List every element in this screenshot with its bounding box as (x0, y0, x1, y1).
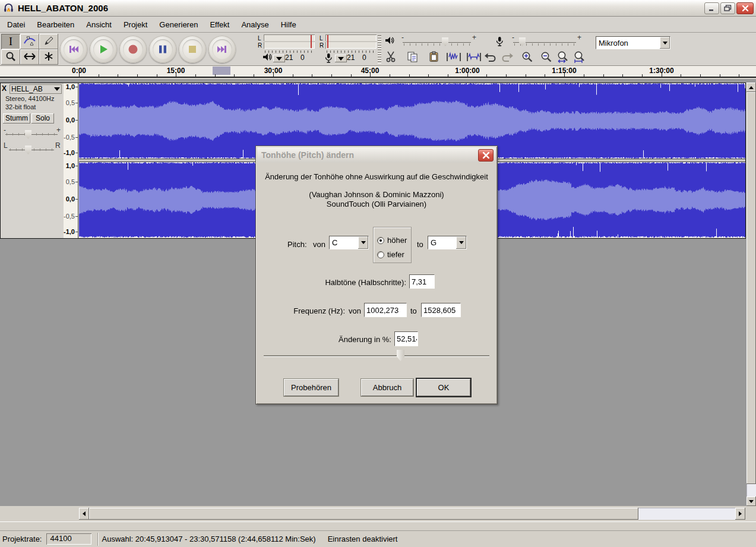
hscroll-right-button[interactable] (735, 508, 745, 520)
arrow-left-icon (83, 511, 86, 516)
title-bar[interactable]: HELL_ABATON_2006 (0, 0, 756, 17)
combo-arrow-button[interactable] (660, 37, 670, 49)
output-volume-slider-track[interactable] (403, 42, 471, 43)
frequency-to-label: to (410, 306, 417, 315)
ok-button[interactable]: OK (417, 379, 470, 396)
audacity-logo-icon (3, 2, 14, 14)
mute-button[interactable]: Stumm (3, 113, 30, 124)
frequency-to-input[interactable] (421, 303, 461, 317)
playback-meter-menu-button[interactable] (273, 55, 285, 62)
semitones-input[interactable] (409, 274, 435, 289)
menu-item-generieren[interactable]: Generieren (153, 17, 204, 32)
undo-button[interactable] (482, 50, 498, 65)
trim-button[interactable] (445, 50, 461, 65)
dialog-close-button[interactable] (478, 149, 494, 162)
pause-button[interactable] (149, 36, 176, 63)
preview-button[interactable]: Probehören (284, 379, 339, 396)
snap-status: Einrasten deaktiviert (328, 535, 398, 543)
record-meter-menu-button[interactable] (335, 55, 347, 62)
vertical-ruler: 1,00,50,0-0,5-1,01,00,50,0-0,5-1,0 (64, 83, 78, 238)
selection-tool-button[interactable]: I (1, 34, 20, 49)
radio-lower-label: tiefer (387, 250, 404, 259)
chevron-down-icon (276, 57, 282, 61)
silence-button[interactable] (466, 50, 482, 65)
envelope-tool-button[interactable] (20, 34, 39, 49)
menu-item-datei[interactable]: Datei (1, 17, 31, 32)
skip-to-start-button[interactable] (60, 36, 87, 63)
radio-row-higher[interactable]: höher (377, 236, 407, 245)
menu-item-analyse[interactable]: Analyse (235, 17, 274, 32)
stop-button[interactable] (179, 36, 206, 63)
meter-scale-ticks (327, 50, 377, 53)
draw-tool-button[interactable] (39, 34, 58, 49)
track-close-button[interactable]: X (2, 85, 7, 92)
percent-slider-thumb[interactable] (397, 350, 404, 361)
restore-button[interactable] (720, 2, 735, 14)
scale-label: 1,0 (66, 83, 75, 90)
zoom-in-button[interactable] (519, 50, 535, 65)
paste-icon (428, 51, 440, 65)
arrow-right-icon (739, 511, 742, 516)
radio-lower[interactable] (377, 251, 384, 258)
frequency-from-input[interactable] (364, 303, 407, 317)
cancel-button[interactable]: Abbruch (361, 379, 413, 396)
zoom-tool-icon (5, 51, 16, 64)
zoom-out-button[interactable] (538, 50, 554, 65)
meter-channel-label: L (320, 36, 323, 42)
close-button[interactable] (736, 2, 754, 14)
copy-icon (407, 51, 419, 65)
combo-arrow-button[interactable] (358, 236, 368, 249)
vscroll-down-button[interactable] (746, 497, 756, 506)
timeline-ruler[interactable]: 0:0015:0030:0045:001:00:001:15:001:30:00 (0, 66, 756, 78)
play-button[interactable] (90, 36, 117, 63)
copy-button[interactable] (404, 50, 420, 65)
input-device-combobox[interactable]: Mikrofon (596, 36, 670, 49)
timeshift-tool-button[interactable] (20, 49, 39, 65)
menu-item-effekt[interactable]: Effekt (204, 17, 235, 32)
dialog-title-bar[interactable]: Tonhöhe (Pitch) ändern (257, 147, 496, 163)
undo-icon (484, 52, 497, 64)
menu-item-hilfe[interactable]: Hilfe (275, 17, 302, 32)
menu-item-projekt[interactable]: Projekt (118, 17, 153, 32)
zoom-tool-button[interactable] (1, 49, 20, 65)
track-title-menu[interactable]: HELL_AB (10, 84, 62, 94)
zoom-out-icon (540, 51, 552, 65)
multi-tool-button[interactable] (39, 49, 58, 65)
chevron-down-icon (338, 57, 344, 61)
radio-higher[interactable] (377, 237, 384, 244)
radio-row-lower[interactable]: tiefer (377, 250, 404, 259)
record-button[interactable] (119, 36, 147, 63)
gain-plus-label: + (56, 126, 61, 134)
menu-item-bearbeiten[interactable]: Bearbeiten (31, 17, 80, 32)
scale-tick (75, 153, 78, 153)
pitch-from-combobox[interactable]: C (329, 236, 369, 249)
gain-minus-label: - (4, 126, 6, 134)
vscroll-up-button[interactable] (746, 83, 756, 92)
fit-project-button[interactable] (571, 50, 587, 65)
redo-button[interactable] (499, 50, 515, 65)
paste-button[interactable] (426, 50, 442, 65)
solo-button[interactable]: Solo (31, 113, 54, 124)
menu-item-ansicht[interactable]: Ansicht (80, 17, 118, 32)
pitch-to-combobox[interactable]: G (428, 236, 467, 249)
cut-button[interactable] (383, 50, 399, 65)
percent-change-input[interactable] (394, 331, 418, 346)
scale-tick (75, 137, 78, 138)
minimize-button[interactable] (704, 2, 719, 14)
semitones-label: Halbtöne (Halbschritte): (281, 278, 406, 287)
pitch-to-label: to (417, 240, 423, 249)
hscroll-thumb[interactable] (89, 508, 638, 520)
project-rate-value[interactable]: 44100 (46, 533, 91, 545)
gain-slider-thumb[interactable] (25, 130, 31, 139)
vscroll-thumb[interactable] (746, 92, 756, 484)
hscroll-left-button[interactable] (79, 508, 89, 520)
combo-arrow-button[interactable] (456, 236, 466, 249)
speaker-icon (385, 36, 394, 46)
fit-selection-button[interactable] (555, 50, 571, 65)
scale-label: -1,0 (64, 228, 75, 235)
percent-slider-track[interactable] (264, 355, 489, 356)
ruler-label: 30:00 (264, 67, 283, 75)
pan-slider-thumb[interactable] (25, 146, 31, 154)
skip-to-end-button[interactable] (208, 36, 236, 63)
ruler-tick (215, 74, 216, 77)
